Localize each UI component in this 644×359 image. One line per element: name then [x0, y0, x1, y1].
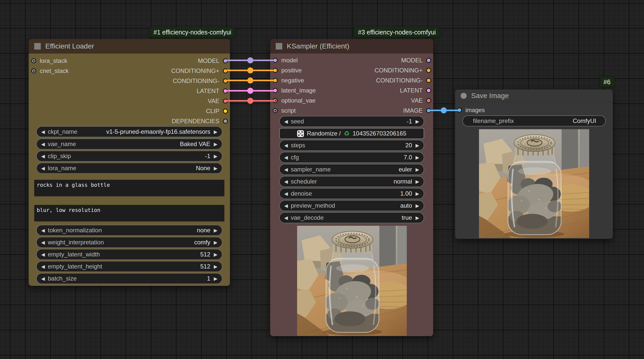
- decrement-arrow-icon[interactable]: ◀: [40, 252, 46, 257]
- increment-arrow-icon[interactable]: ▶: [414, 179, 421, 185]
- widget-batch-size[interactable]: ◀ batch_size 1 ▶: [36, 273, 222, 284]
- input-port-script[interactable]: script: [273, 106, 296, 115]
- port-dot-icon[interactable]: [426, 88, 431, 93]
- output-port-dependencies[interactable]: DEPENDENCIES: [172, 117, 228, 125]
- widget-cfg[interactable]: ◀ cfg 7.0 ▶: [279, 152, 424, 163]
- node-header[interactable]: Efficient Loader: [29, 39, 230, 54]
- input-port-images[interactable]: images: [457, 106, 485, 114]
- output-port-latent[interactable]: LATENT: [197, 87, 228, 95]
- node-save-image[interactable]: Save Image images filename_prefix ComfyU…: [455, 89, 613, 239]
- output-port-vae[interactable]: VAE: [208, 97, 228, 105]
- increment-arrow-icon[interactable]: ▶: [212, 129, 219, 135]
- input-port-latent-image[interactable]: latent_image: [273, 86, 316, 95]
- input-port-cnet-stack[interactable]: cnet_stack: [31, 67, 69, 75]
- port-dot-icon[interactable]: [223, 119, 228, 124]
- widget-filename-prefix[interactable]: filename_prefix ComfyUI: [462, 115, 606, 126]
- decrement-arrow-icon[interactable]: ◀: [40, 240, 46, 245]
- decrement-arrow-icon[interactable]: ◀: [40, 276, 46, 282]
- decrement-arrow-icon[interactable]: ◀: [40, 141, 46, 147]
- increment-arrow-icon[interactable]: ▶: [212, 240, 219, 245]
- widget-empty-latent-height[interactable]: ◀ empty_latent_height 512 ▶: [36, 261, 222, 272]
- link-midpoint-dot[interactable]: [441, 107, 447, 113]
- widget-empty-latent-width[interactable]: ◀ empty_latent_width 512 ▶: [36, 249, 222, 260]
- widget-sampler-name[interactable]: ◀ sampler_name euler ▶: [279, 164, 424, 175]
- decrement-arrow-icon[interactable]: ◀: [283, 167, 289, 172]
- port-dot-icon[interactable]: [223, 109, 228, 114]
- node-header[interactable]: KSampler (Efficient): [270, 39, 433, 54]
- decrement-arrow-icon[interactable]: ◀: [283, 215, 289, 221]
- input-port-positive[interactable]: positive: [273, 66, 302, 75]
- decrement-arrow-icon[interactable]: ◀: [283, 203, 289, 209]
- output-port-conditioning-minus[interactable]: CONDITIONING-: [173, 77, 228, 85]
- output-port-model[interactable]: MODEL: [198, 57, 228, 65]
- output-port-clip[interactable]: CLIP: [206, 107, 228, 115]
- increment-arrow-icon[interactable]: ▶: [212, 141, 219, 147]
- widget-weight-interpretation[interactable]: ◀ weight_interpretation comfy ▶: [36, 237, 222, 248]
- increment-arrow-icon[interactable]: ▶: [212, 153, 219, 159]
- link-midpoint-dot[interactable]: [247, 77, 253, 83]
- increment-arrow-icon[interactable]: ▶: [414, 143, 421, 148]
- widget-vae-name[interactable]: ◀ vae_name Baked VAE ▶: [36, 139, 222, 150]
- decrement-arrow-icon[interactable]: ◀: [283, 119, 289, 124]
- port-dot-icon[interactable]: [426, 78, 431, 83]
- decrement-arrow-icon[interactable]: ◀: [40, 153, 46, 159]
- decrement-arrow-icon[interactable]: ◀: [40, 264, 46, 270]
- increment-arrow-icon[interactable]: ▶: [212, 276, 219, 282]
- decrement-arrow-icon[interactable]: ◀: [40, 165, 46, 171]
- output-port-conditioning-plus[interactable]: CONDITIONING+: [375, 66, 431, 75]
- widget-token-normalization[interactable]: ◀ token_normalization none ▶: [36, 225, 222, 236]
- node-collapse-icon[interactable]: [461, 93, 467, 99]
- increment-arrow-icon[interactable]: ▶: [212, 264, 219, 270]
- decrement-arrow-icon[interactable]: ◀: [283, 191, 289, 197]
- input-port-model[interactable]: model: [273, 56, 298, 65]
- output-port-latent[interactable]: LATENT: [400, 86, 431, 95]
- widget-steps[interactable]: ◀ steps 20 ▶: [279, 140, 424, 151]
- link-midpoint-dot[interactable]: [247, 98, 253, 104]
- input-port-negative[interactable]: negative: [273, 76, 304, 85]
- decrement-arrow-icon[interactable]: ◀: [40, 129, 46, 135]
- link-midpoint-dot[interactable]: [247, 57, 253, 63]
- randomize-seed-button[interactable]: Randomize / ♻ 1043526703206165: [279, 128, 424, 139]
- node-header[interactable]: Save Image: [455, 89, 613, 102]
- output-port-vae[interactable]: VAE: [411, 96, 431, 105]
- port-dot-icon[interactable]: [31, 68, 36, 73]
- decrement-arrow-icon[interactable]: ◀: [40, 228, 46, 233]
- increment-arrow-icon[interactable]: ▶: [414, 215, 421, 221]
- positive-prompt-textarea[interactable]: rocks in a glass bottle: [34, 180, 224, 196]
- widget-vae-decode[interactable]: ◀ vae_decode true ▶: [279, 212, 424, 223]
- widget-preview-method[interactable]: ◀ preview_method auto ▶: [279, 200, 424, 211]
- port-dot-icon[interactable]: [31, 58, 36, 63]
- output-port-model[interactable]: MODEL: [401, 56, 431, 65]
- output-port-conditioning-minus[interactable]: CONDITIONING-: [376, 76, 431, 85]
- output-port-conditioning-plus[interactable]: CONDITIONING+: [171, 67, 228, 75]
- negative-prompt-textarea[interactable]: blur, low resolution: [34, 205, 224, 221]
- increment-arrow-icon[interactable]: ▶: [212, 228, 219, 233]
- port-dot-icon[interactable]: [273, 108, 278, 113]
- widget-seed[interactable]: ◀ seed -1 ▶: [279, 116, 424, 127]
- increment-arrow-icon[interactable]: ▶: [212, 165, 219, 171]
- increment-arrow-icon[interactable]: ▶: [212, 252, 219, 257]
- node-ksampler-efficient[interactable]: KSampler (Efficient) model positive nega…: [270, 39, 433, 336]
- increment-arrow-icon[interactable]: ▶: [414, 155, 421, 160]
- increment-arrow-icon[interactable]: ▶: [414, 191, 421, 197]
- output-port-image[interactable]: IMAGE: [403, 106, 431, 115]
- widget-ckpt-name[interactable]: ◀ ckpt_name v1-5-pruned-emaonly-fp16.saf…: [36, 126, 222, 137]
- decrement-arrow-icon[interactable]: ◀: [283, 143, 289, 148]
- increment-arrow-icon[interactable]: ▶: [414, 203, 421, 209]
- input-port-lora-stack[interactable]: lora_stack: [31, 57, 67, 65]
- node-graph-canvas[interactable]: #1 efficiency-nodes-comfyui #3 efficienc…: [0, 0, 644, 359]
- widget-lora-name[interactable]: ◀ lora_name None ▶: [36, 163, 222, 174]
- link-midpoint-dot[interactable]: [247, 88, 253, 94]
- node-efficient-loader[interactable]: Efficient Loader lora_stack cnet_stack M…: [29, 39, 230, 286]
- widget-clip-skip[interactable]: ◀ clip_skip -1 ▶: [36, 151, 222, 162]
- increment-arrow-icon[interactable]: ▶: [414, 167, 421, 172]
- widget-scheduler[interactable]: ◀ scheduler normal ▶: [279, 176, 424, 187]
- node-collapse-icon[interactable]: [276, 43, 282, 50]
- link-midpoint-dot[interactable]: [247, 67, 253, 73]
- widget-denoise[interactable]: ◀ denoise 1.00 ▶: [279, 188, 424, 199]
- port-dot-icon[interactable]: [426, 68, 431, 73]
- increment-arrow-icon[interactable]: ▶: [414, 119, 421, 124]
- input-port-optional-vae[interactable]: optional_vae: [273, 96, 315, 105]
- decrement-arrow-icon[interactable]: ◀: [283, 155, 289, 160]
- port-dot-icon[interactable]: [426, 58, 431, 63]
